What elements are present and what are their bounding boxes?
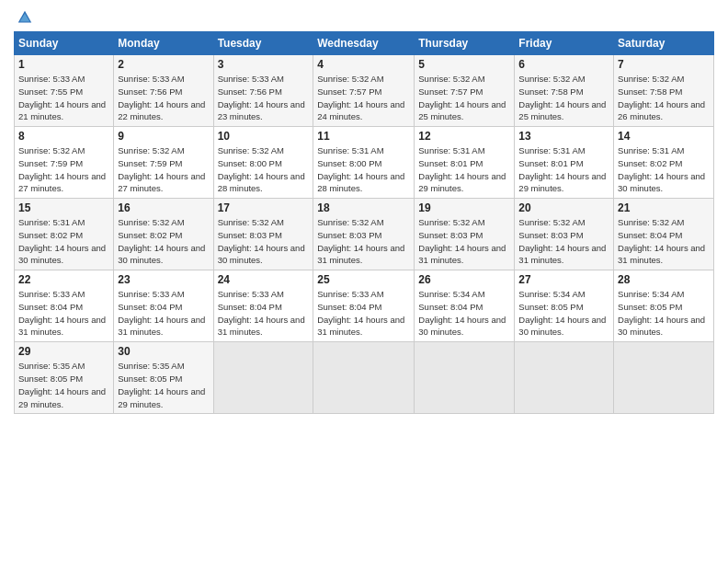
day-info: Sunrise: 5:32 AMSunset: 7:59 PMDaylight:… bbox=[118, 145, 205, 193]
day-number: 13 bbox=[518, 130, 609, 143]
day-info: Sunrise: 5:32 AMSunset: 8:03 PMDaylight:… bbox=[418, 217, 506, 265]
day-info: Sunrise: 5:32 AMSunset: 8:03 PMDaylight:… bbox=[218, 217, 305, 265]
day-info: Sunrise: 5:35 AMSunset: 8:05 PMDaylight:… bbox=[18, 361, 106, 408]
weekday-friday: Friday bbox=[515, 32, 614, 55]
calendar-cell: 3Sunrise: 5:33 AMSunset: 7:56 PMDaylight… bbox=[213, 55, 313, 127]
day-number: 12 bbox=[418, 130, 510, 143]
day-number: 23 bbox=[118, 273, 209, 286]
day-number: 15 bbox=[18, 201, 109, 214]
day-info: Sunrise: 5:32 AMSunset: 7:58 PMDaylight:… bbox=[518, 74, 606, 121]
day-info: Sunrise: 5:32 AMSunset: 8:02 PMDaylight:… bbox=[118, 217, 205, 265]
calendar-week-3: 15Sunrise: 5:31 AMSunset: 8:02 PMDayligh… bbox=[15, 199, 714, 270]
day-info: Sunrise: 5:33 AMSunset: 7:56 PMDaylight:… bbox=[118, 74, 205, 121]
day-info: Sunrise: 5:32 AMSunset: 7:58 PMDaylight:… bbox=[618, 74, 705, 121]
day-number: 3 bbox=[218, 58, 310, 71]
calendar-table: SundayMondayTuesdayWednesdayThursdayFrid… bbox=[14, 31, 714, 414]
calendar-cell: 27Sunrise: 5:34 AMSunset: 8:05 PMDayligh… bbox=[515, 270, 614, 342]
calendar-cell: 17Sunrise: 5:32 AMSunset: 8:03 PMDayligh… bbox=[213, 199, 313, 270]
day-number: 22 bbox=[18, 273, 109, 286]
day-number: 1 bbox=[18, 58, 109, 71]
weekday-monday: Monday bbox=[114, 32, 213, 55]
calendar-cell: 22Sunrise: 5:33 AMSunset: 8:04 PMDayligh… bbox=[15, 270, 114, 342]
day-number: 9 bbox=[118, 130, 209, 143]
logo bbox=[14, 9, 33, 26]
day-info: Sunrise: 5:32 AMSunset: 7:57 PMDaylight:… bbox=[418, 74, 506, 121]
weekday-thursday: Thursday bbox=[415, 32, 515, 55]
calendar-week-4: 22Sunrise: 5:33 AMSunset: 8:04 PMDayligh… bbox=[15, 270, 714, 342]
day-number: 18 bbox=[317, 201, 410, 214]
day-number: 20 bbox=[518, 201, 609, 214]
calendar-cell: 8Sunrise: 5:32 AMSunset: 7:59 PMDaylight… bbox=[15, 127, 114, 199]
calendar-cell: 7Sunrise: 5:32 AMSunset: 7:58 PMDaylight… bbox=[614, 55, 714, 127]
calendar-cell: 23Sunrise: 5:33 AMSunset: 8:04 PMDayligh… bbox=[114, 270, 213, 342]
day-number: 16 bbox=[118, 201, 209, 214]
calendar-cell: 13Sunrise: 5:31 AMSunset: 8:01 PMDayligh… bbox=[515, 127, 614, 199]
calendar-cell: 6Sunrise: 5:32 AMSunset: 7:58 PMDaylight… bbox=[515, 55, 614, 127]
calendar-cell: 18Sunrise: 5:32 AMSunset: 8:03 PMDayligh… bbox=[313, 199, 415, 270]
day-info: Sunrise: 5:33 AMSunset: 7:56 PMDaylight:… bbox=[218, 74, 305, 121]
calendar-body: 1Sunrise: 5:33 AMSunset: 7:55 PMDaylight… bbox=[15, 55, 714, 414]
day-number: 5 bbox=[418, 58, 510, 71]
calendar-week-1: 1Sunrise: 5:33 AMSunset: 7:55 PMDaylight… bbox=[15, 55, 714, 127]
calendar-cell bbox=[213, 342, 313, 414]
day-info: Sunrise: 5:32 AMSunset: 8:04 PMDaylight:… bbox=[618, 217, 705, 265]
calendar-cell: 12Sunrise: 5:31 AMSunset: 8:01 PMDayligh… bbox=[415, 127, 515, 199]
calendar-cell: 2Sunrise: 5:33 AMSunset: 7:56 PMDaylight… bbox=[114, 55, 213, 127]
day-info: Sunrise: 5:31 AMSunset: 8:02 PMDaylight:… bbox=[618, 145, 705, 193]
calendar-cell: 26Sunrise: 5:34 AMSunset: 8:04 PMDayligh… bbox=[415, 270, 515, 342]
calendar-cell: 29Sunrise: 5:35 AMSunset: 8:05 PMDayligh… bbox=[15, 342, 114, 414]
day-number: 21 bbox=[618, 201, 710, 214]
day-number: 2 bbox=[118, 58, 209, 71]
calendar-cell: 20Sunrise: 5:32 AMSunset: 8:03 PMDayligh… bbox=[515, 199, 614, 270]
day-info: Sunrise: 5:31 AMSunset: 8:01 PMDaylight:… bbox=[418, 145, 506, 193]
day-number: 17 bbox=[218, 201, 310, 214]
day-info: Sunrise: 5:32 AMSunset: 7:57 PMDaylight:… bbox=[317, 74, 404, 121]
day-number: 19 bbox=[418, 201, 510, 214]
day-info: Sunrise: 5:35 AMSunset: 8:05 PMDaylight:… bbox=[118, 361, 205, 408]
calendar-cell: 11Sunrise: 5:31 AMSunset: 8:00 PMDayligh… bbox=[313, 127, 415, 199]
calendar-cell: 30Sunrise: 5:35 AMSunset: 8:05 PMDayligh… bbox=[114, 342, 213, 414]
day-info: Sunrise: 5:34 AMSunset: 8:05 PMDaylight:… bbox=[618, 289, 705, 337]
day-info: Sunrise: 5:33 AMSunset: 8:04 PMDaylight:… bbox=[118, 289, 205, 337]
calendar-cell bbox=[313, 342, 415, 414]
calendar-cell: 9Sunrise: 5:32 AMSunset: 7:59 PMDaylight… bbox=[114, 127, 213, 199]
weekday-tuesday: Tuesday bbox=[213, 32, 313, 55]
weekday-saturday: Saturday bbox=[614, 32, 714, 55]
day-number: 30 bbox=[118, 345, 209, 358]
calendar-cell: 24Sunrise: 5:33 AMSunset: 8:04 PMDayligh… bbox=[213, 270, 313, 342]
header bbox=[14, 9, 714, 26]
logo-icon bbox=[17, 9, 33, 26]
day-info: Sunrise: 5:31 AMSunset: 8:01 PMDaylight:… bbox=[518, 145, 606, 193]
day-number: 14 bbox=[618, 130, 710, 143]
day-info: Sunrise: 5:32 AMSunset: 7:59 PMDaylight:… bbox=[18, 145, 106, 193]
calendar-cell: 28Sunrise: 5:34 AMSunset: 8:05 PMDayligh… bbox=[614, 270, 714, 342]
day-info: Sunrise: 5:31 AMSunset: 8:02 PMDaylight:… bbox=[18, 217, 106, 265]
day-info: Sunrise: 5:33 AMSunset: 8:04 PMDaylight:… bbox=[218, 289, 305, 337]
calendar-cell: 4Sunrise: 5:32 AMSunset: 7:57 PMDaylight… bbox=[313, 55, 415, 127]
calendar-cell: 21Sunrise: 5:32 AMSunset: 8:04 PMDayligh… bbox=[614, 199, 714, 270]
weekday-wednesday: Wednesday bbox=[313, 32, 415, 55]
day-number: 7 bbox=[618, 58, 710, 71]
day-info: Sunrise: 5:32 AMSunset: 8:03 PMDaylight:… bbox=[317, 217, 404, 265]
day-number: 6 bbox=[518, 58, 609, 71]
calendar-cell: 19Sunrise: 5:32 AMSunset: 8:03 PMDayligh… bbox=[415, 199, 515, 270]
day-number: 8 bbox=[18, 130, 109, 143]
calendar-cell: 14Sunrise: 5:31 AMSunset: 8:02 PMDayligh… bbox=[614, 127, 714, 199]
calendar-week-5: 29Sunrise: 5:35 AMSunset: 8:05 PMDayligh… bbox=[15, 342, 714, 414]
calendar-cell: 5Sunrise: 5:32 AMSunset: 7:57 PMDaylight… bbox=[415, 55, 515, 127]
day-info: Sunrise: 5:33 AMSunset: 7:55 PMDaylight:… bbox=[18, 74, 106, 121]
calendar-cell: 16Sunrise: 5:32 AMSunset: 8:02 PMDayligh… bbox=[114, 199, 213, 270]
calendar-cell: 1Sunrise: 5:33 AMSunset: 7:55 PMDaylight… bbox=[15, 55, 114, 127]
day-number: 26 bbox=[418, 273, 510, 286]
weekday-sunday: Sunday bbox=[15, 32, 114, 55]
day-number: 27 bbox=[518, 273, 609, 286]
day-info: Sunrise: 5:32 AMSunset: 8:00 PMDaylight:… bbox=[218, 145, 305, 193]
day-number: 11 bbox=[317, 130, 410, 143]
day-info: Sunrise: 5:34 AMSunset: 8:04 PMDaylight:… bbox=[418, 289, 506, 337]
calendar-cell bbox=[515, 342, 614, 414]
day-number: 28 bbox=[618, 273, 710, 286]
day-number: 10 bbox=[218, 130, 310, 143]
day-number: 25 bbox=[317, 273, 410, 286]
day-number: 24 bbox=[218, 273, 310, 286]
calendar-cell: 10Sunrise: 5:32 AMSunset: 8:00 PMDayligh… bbox=[213, 127, 313, 199]
